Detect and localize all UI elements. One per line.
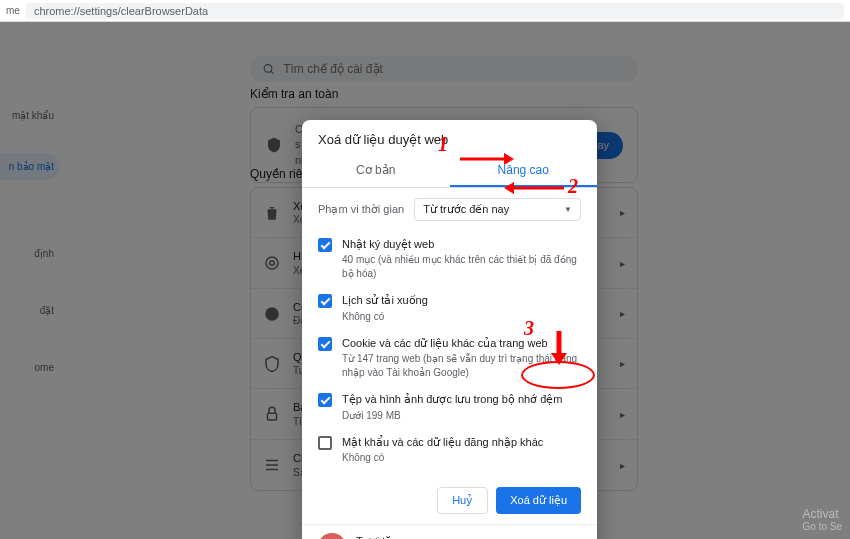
chevron-down-icon: ▼ bbox=[564, 205, 572, 214]
check-download-history[interactable]: Lịch sử tải xuốngKhông có bbox=[318, 287, 581, 329]
annotation-1: 1 bbox=[438, 133, 448, 156]
check-cache[interactable]: Tệp và hình ảnh được lưu trong bộ nhớ đệ… bbox=[318, 386, 581, 428]
annotation-3: 3 bbox=[524, 317, 534, 340]
dialog-title: Xoá dữ liệu duyệt web bbox=[302, 120, 597, 155]
clear-data-button[interactable]: Xoá dữ liệu bbox=[496, 487, 581, 514]
checkbox[interactable] bbox=[318, 393, 332, 407]
watermark: Activat Go to Se bbox=[803, 507, 842, 533]
annotation-arrow-1 bbox=[458, 152, 514, 166]
time-range-label: Phạm vi thời gian bbox=[318, 203, 404, 216]
checkbox[interactable] bbox=[318, 294, 332, 308]
annotation-2: 2 bbox=[568, 175, 578, 198]
time-range-value: Từ trước đến nay bbox=[423, 203, 509, 216]
time-range-select[interactable]: Từ trước đến nay ▼ bbox=[414, 198, 581, 221]
address-bar: me chrome://settings/clearBrowserData bbox=[0, 0, 850, 22]
cancel-button[interactable]: Huỷ bbox=[437, 487, 488, 514]
check-browsing-history[interactable]: Nhật ký duyệt web40 mục (và nhiều mục kh… bbox=[318, 231, 581, 287]
check-passwords[interactable]: Mật khẩu và các dữ liệu đăng nhập khácKh… bbox=[318, 429, 581, 471]
svg-marker-10 bbox=[504, 153, 514, 165]
user-name: Tươi tặng bbox=[356, 535, 557, 539]
annotation-arrow-2 bbox=[502, 181, 564, 195]
checkbox[interactable] bbox=[318, 337, 332, 351]
avatar: T bbox=[318, 533, 346, 539]
svg-marker-12 bbox=[504, 182, 514, 194]
dialog-actions: Huỷ Xoá dữ liệu bbox=[302, 477, 597, 524]
tab-basic[interactable]: Cơ bản bbox=[302, 155, 450, 187]
checkbox[interactable] bbox=[318, 436, 332, 450]
checkbox[interactable] bbox=[318, 238, 332, 252]
address-input[interactable]: chrome://settings/clearBrowserData bbox=[26, 3, 844, 19]
tab-label: me bbox=[6, 5, 20, 16]
annotation-arrow-3 bbox=[549, 329, 569, 365]
user-row: T Tươi tặng Đang đồng bộ hóa với yiopota… bbox=[302, 524, 597, 539]
annotation-circle bbox=[521, 361, 595, 389]
